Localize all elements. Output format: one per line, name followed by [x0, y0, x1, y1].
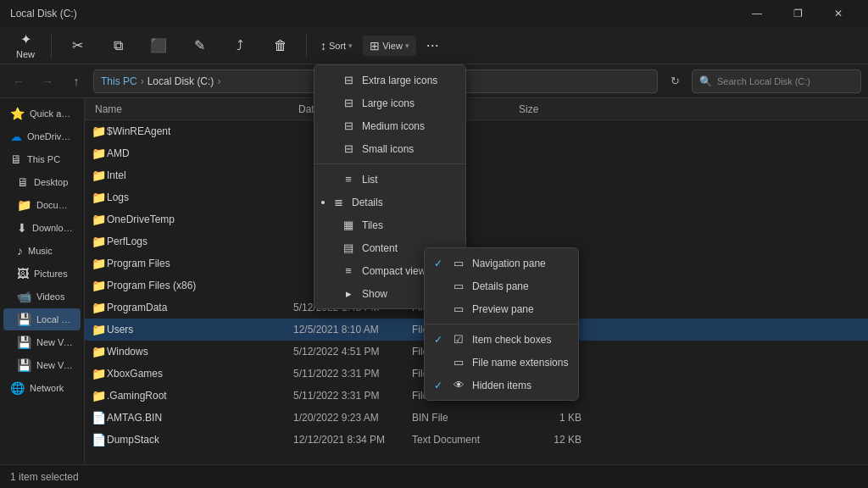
delete-button[interactable]: 🗑 [262, 35, 299, 57]
copy-button[interactable]: ⧉ [99, 35, 136, 57]
up-button[interactable]: ↑ [64, 69, 88, 93]
file-name: $WinREAgent [107, 125, 293, 137]
menu-item-icon: ▸ [342, 287, 355, 300]
menu-item-label: Small icons [362, 143, 455, 155]
sidebar-label-music: Music [28, 246, 53, 256]
menu-item-icon: ⊟ [342, 119, 355, 132]
show-menu-item-label: Details pane [472, 280, 568, 292]
new-volume-d2-icon: 💾 [17, 358, 31, 372]
active-indicator [321, 201, 325, 204]
show-menu-item-label: Navigation pane [472, 258, 568, 269]
sort-dropdown-arrow: ▾ [348, 42, 353, 50]
paste-button[interactable]: ⬛ [140, 34, 177, 57]
sidebar-item-documents[interactable]: 📁 Documents [3, 194, 81, 216]
sidebar-item-new-volume-d1[interactable]: 💾 New Volume (D:) [3, 331, 81, 353]
show-menu-item-file-name-extensions[interactable]: ▭ File name extensions [425, 351, 578, 374]
show-menu-item-preview-pane[interactable]: ▭ Preview pane [425, 297, 578, 320]
show-menu-item-icon: ▭ [452, 356, 465, 369]
sidebar: ⭐ Quick access ☁ OneDrive - Personal 🖥 T… [0, 98, 85, 464]
table-row[interactable]: 📄 DumpStack 12/12/2021 8:34 PM Text Docu… [85, 429, 868, 451]
file-type: BIN File [412, 412, 514, 424]
file-type-icon: 📄 [92, 433, 107, 446]
view-menu-item-small-icons[interactable]: ⊟ Small icons [314, 137, 465, 160]
menu-item-icon: ≣ [331, 196, 345, 208]
search-placeholder: Search Local Disk (C:) [717, 76, 810, 86]
menu-item-icon: ⊟ [342, 74, 355, 86]
view-menu-item-extra-large-icons[interactable]: ⊟ Extra large icons [314, 69, 465, 92]
close-button[interactable]: ✕ [819, 0, 858, 27]
col-header-name[interactable]: Name [92, 103, 295, 115]
sidebar-label-downloads: Downloads [32, 223, 74, 233]
view-button[interactable]: ⊞ View ▾ [363, 36, 416, 56]
table-row[interactable]: 📄 AMTAG.BIN 1/20/2022 9:23 AM BIN File 1… [85, 407, 868, 429]
view-menu-item-details[interactable]: ≣ Details [314, 191, 465, 214]
sidebar-item-this-pc[interactable]: 🖥 This PC [3, 148, 81, 170]
window-controls: — ❐ ✕ [737, 0, 858, 27]
col-header-size[interactable]: Size [515, 103, 583, 115]
forward-button[interactable]: → [36, 69, 59, 93]
sidebar-item-network[interactable]: 🌐 Network [3, 377, 81, 399]
show-menu-item-icon: ▭ [452, 280, 465, 292]
sidebar-item-music[interactable]: ♪ Music [3, 240, 81, 262]
refresh-button[interactable]: ↻ [663, 69, 687, 93]
file-type-icon: 📁 [92, 147, 107, 160]
sidebar-item-local-disk-c[interactable]: 💾 Local Disk (C:) [3, 308, 81, 330]
show-menu-item-label: Hidden items [472, 380, 568, 391]
back-button[interactable]: ← [7, 69, 31, 93]
file-name: PerfLogs [107, 236, 293, 247]
show-menu-item-item-check-boxes[interactable]: ✓ ☑ Item check boxes [425, 328, 578, 351]
check-mark: ✓ [431, 258, 445, 269]
show-menu-item-details-pane[interactable]: ▭ Details pane [425, 274, 578, 297]
file-date: 5/11/2022 3:31 PM [293, 368, 412, 380]
sidebar-item-new-volume-d2[interactable]: 💾 New Volume (D:) [3, 354, 81, 376]
more-button[interactable]: ··· [420, 33, 446, 58]
sidebar-item-quick-access[interactable]: ⭐ Quick access [3, 103, 81, 125]
rename-button[interactable]: ✎ [181, 34, 218, 57]
table-row[interactable]: 📁 OneDriveTemp File folder [85, 208, 868, 230]
search-bar[interactable]: 🔍 Search Local Disk (C:) [692, 69, 861, 93]
sidebar-label-local-disk-c: Local Disk (C:) [36, 314, 74, 324]
view-menu-item-medium-icons[interactable]: ⊟ Medium icons [314, 114, 465, 137]
sort-icon: ↕ [320, 39, 326, 53]
menu-item-label: Tiles [362, 219, 455, 231]
sidebar-item-videos[interactable]: 📹 Videos [3, 286, 81, 308]
check-mark: ✓ [431, 380, 445, 391]
menu-item-label: Details [352, 197, 455, 208]
minimize-button[interactable]: — [737, 0, 776, 27]
path-this-pc: This PC [101, 75, 137, 87]
sort-button[interactable]: ↕ Sort ▾ [314, 36, 359, 56]
share-button[interactable]: ⤴ [221, 35, 259, 57]
show-menu-item-hidden-items[interactable]: ✓ 👁 Hidden items [425, 374, 578, 396]
menu-item-label: Medium icons [362, 120, 455, 132]
menu-item-label: Large icons [362, 97, 455, 109]
show-menu-item-navigation-pane[interactable]: ✓ ▭ Navigation pane [425, 252, 578, 274]
view-menu-item-large-icons[interactable]: ⊟ Large icons [314, 92, 465, 114]
cut-button[interactable]: ✂ [58, 34, 96, 57]
sidebar-label-desktop: Desktop [34, 177, 68, 187]
table-row[interactable]: 📁 Logs File folder [85, 186, 868, 208]
sidebar-item-downloads[interactable]: ⬇ Downloads [3, 217, 81, 239]
table-row[interactable]: 📁 AMD File folder [85, 142, 868, 164]
new-button[interactable]: ✦ New [7, 28, 44, 63]
file-name: XboxGames [107, 368, 293, 380]
maximize-button[interactable]: ❐ [778, 0, 817, 27]
sidebar-item-onedrive[interactable]: ☁ OneDrive - Personal [3, 125, 81, 147]
file-name: AMD [107, 147, 293, 159]
file-type-icon: 📁 [92, 345, 107, 358]
table-row[interactable]: 📁 $WinREAgent File folder [85, 120, 868, 142]
network-icon: 🌐 [10, 381, 25, 395]
table-row[interactable]: 📁 Intel File folder [85, 164, 868, 186]
share-icon: ⤴ [236, 38, 243, 53]
this-pc-icon: 🖥 [10, 152, 22, 166]
sidebar-item-pictures[interactable]: 🖼 Pictures [3, 263, 81, 285]
menu-item-icon: ▦ [342, 219, 355, 231]
menu-item-icon: ⊟ [342, 142, 355, 155]
sidebar-item-desktop[interactable]: 🖥 Desktop [3, 171, 81, 193]
search-icon: 🔍 [699, 75, 712, 87]
view-menu-item-list[interactable]: ≡ List [314, 168, 465, 191]
view-menu-item-tiles[interactable]: ▦ Tiles [314, 214, 465, 236]
file-name: Windows [107, 346, 293, 358]
show-menu-separator [425, 324, 578, 324]
new-icon: ✦ [20, 31, 31, 47]
show-menu-item-icon: ▭ [452, 302, 465, 315]
